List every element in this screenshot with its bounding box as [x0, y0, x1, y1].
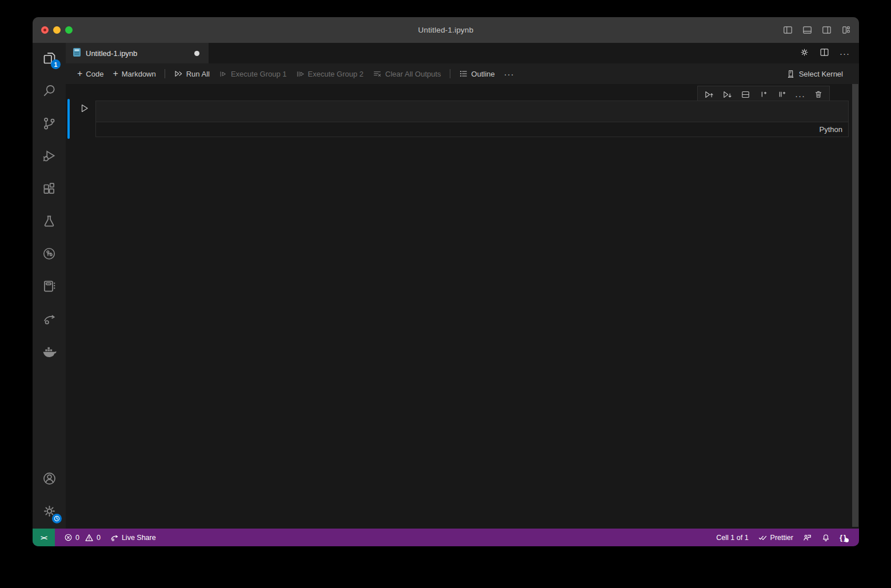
minimize-button[interactable] [53, 26, 61, 34]
customize-layout-icon[interactable] [841, 25, 851, 35]
activity-bar: 1 [33, 43, 66, 529]
select-kernel-button[interactable]: Select Kernel [781, 67, 848, 81]
editor-group: Untitled-1.ipynb ··· [66, 43, 859, 529]
sidebar-item-accounts[interactable] [33, 463, 66, 496]
run-all-icon [174, 69, 183, 78]
live-share-status[interactable]: Live Share [105, 529, 161, 546]
notebook-settings-gear-icon[interactable] [800, 47, 809, 59]
title-bar: Untitled-1.ipynb [33, 17, 859, 43]
sidebar-item-search[interactable] [33, 75, 66, 108]
status-bar: >< 0 0 Live [33, 529, 859, 546]
execute-group-1-button[interactable]: Execute Group 1 [214, 67, 291, 81]
toolbar-more-button[interactable]: ··· [500, 67, 519, 81]
braces-dot [845, 538, 849, 542]
toggle-primary-sidebar-icon[interactable] [783, 25, 793, 35]
notebook-icon [42, 279, 57, 296]
source-control-icon [42, 116, 57, 133]
add-code-label: Code [86, 70, 103, 78]
search-icon [42, 83, 57, 101]
split-editor-icon[interactable] [820, 47, 829, 59]
execute-group-2-label: Execute Group 2 [308, 70, 364, 78]
toolbar-separator [450, 69, 450, 78]
cell-container: Python [95, 101, 849, 137]
cell-position-label: Cell 1 of 1 [716, 534, 748, 542]
clear-all-outputs-label: Clear All Outputs [385, 70, 441, 78]
tab-bar: Untitled-1.ipynb ··· [66, 43, 859, 63]
explorer-badge: 1 [51, 59, 61, 69]
add-markdown-cell-button[interactable]: + Markdown [108, 66, 160, 81]
feedback-person-icon [802, 533, 812, 542]
language-picker[interactable]: Python [820, 125, 842, 134]
warning-icon [85, 533, 94, 542]
sidebar-item-source-control[interactable] [33, 108, 66, 141]
toggle-panel-icon[interactable] [802, 25, 812, 35]
notebook-toolbar: + Code + Markdown Run All [66, 63, 859, 84]
notifications-button[interactable] [817, 529, 835, 546]
brace-left: { [840, 533, 844, 542]
window-title: Untitled-1.ipynb [418, 26, 473, 34]
commit-graph-icon [42, 246, 57, 263]
braces-extension-button[interactable]: {} [835, 529, 852, 546]
sidebar-item-testing[interactable] [33, 206, 66, 238]
clear-outputs-icon [373, 69, 382, 78]
debug-icon [42, 149, 57, 166]
sidebar-item-commit-graph[interactable] [33, 238, 66, 271]
bell-icon [821, 533, 830, 542]
run-cell-button[interactable] [77, 102, 91, 116]
plus-icon: + [113, 69, 118, 79]
notebook-editor: ··· [66, 84, 859, 529]
sidebar-item-extensions[interactable] [33, 173, 66, 206]
sidebar-item-notebooks[interactable] [33, 271, 66, 303]
notebook-file-icon [73, 47, 81, 59]
execute-group-2-icon [296, 70, 305, 78]
prettier-indicator[interactable]: Prettier [753, 529, 798, 546]
curly-braces-icon: {} [840, 533, 848, 542]
live-share-icon [42, 311, 57, 329]
execute-group-1-label: Execute Group 1 [231, 70, 287, 78]
cell-focus-bar [67, 99, 70, 139]
settings-sync-badge [52, 514, 62, 523]
more-actions-icon[interactable]: ··· [840, 49, 850, 58]
play-icon [79, 103, 90, 116]
clear-all-outputs-button[interactable]: Clear All Outputs [368, 67, 446, 81]
run-all-label: Run All [186, 70, 210, 78]
flask-icon [42, 214, 57, 231]
select-kernel-label: Select Kernel [799, 70, 843, 78]
cell-code-editor[interactable] [96, 101, 848, 122]
feedback-button[interactable] [798, 529, 817, 546]
execute-group-2-button[interactable]: Execute Group 2 [291, 67, 369, 81]
activity-bar-spacer [33, 369, 66, 463]
outline-list-icon [459, 69, 468, 78]
prettier-label: Prettier [770, 534, 793, 542]
sidebar-item-explorer[interactable]: 1 [33, 43, 66, 75]
toolbar-separator [165, 69, 165, 78]
traffic-lights [41, 17, 73, 43]
notebook-cell: Python [66, 99, 859, 140]
sidebar-item-docker[interactable] [33, 336, 66, 369]
outline-button[interactable]: Outline [454, 67, 500, 81]
modified-dot[interactable] [194, 51, 199, 56]
cell-position-indicator[interactable]: Cell 1 of 1 [712, 529, 753, 546]
status-bar-right: Cell 1 of 1 Prettier [712, 529, 859, 546]
toggle-secondary-sidebar-icon[interactable] [822, 25, 832, 35]
sidebar-item-run-debug[interactable] [33, 141, 66, 173]
sidebar-item-settings[interactable] [33, 496, 66, 529]
remote-indicator[interactable]: >< [33, 529, 55, 546]
outline-label: Outline [472, 70, 495, 78]
add-code-cell-button[interactable]: + Code [73, 66, 108, 81]
sidebar-item-live-share[interactable] [33, 303, 66, 336]
tab-untitled-notebook[interactable]: Untitled-1.ipynb [66, 43, 209, 63]
close-button[interactable] [41, 26, 49, 34]
vscode-window: Untitled-1.ipynb [33, 17, 859, 546]
problems-indicator[interactable]: 0 0 [59, 529, 105, 546]
kernel-icon [786, 69, 796, 79]
zoom-button[interactable] [65, 26, 73, 34]
extensions-icon [42, 181, 57, 198]
cell-status-row: Python [96, 122, 848, 137]
error-icon [64, 533, 73, 542]
live-share-icon [110, 533, 119, 542]
run-all-button[interactable]: Run All [169, 67, 214, 81]
add-markdown-label: Markdown [122, 70, 156, 78]
notebook-scrollbar[interactable] [852, 84, 858, 527]
warning-count: 0 [97, 534, 101, 542]
